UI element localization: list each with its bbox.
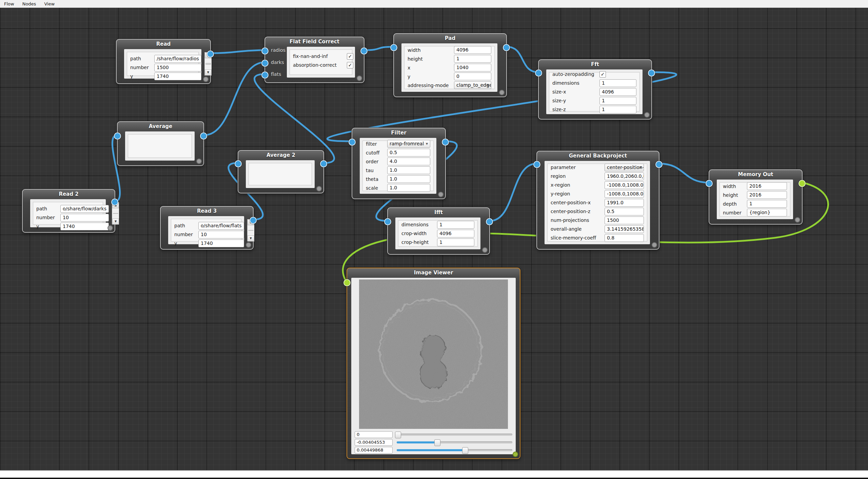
memory-out-height-input[interactable]: 2016 [747,191,787,199]
read-number-input[interactable]: 1500 [154,64,201,71]
general-backproject-overall-angle-input[interactable]: 3.141592653589793 [605,225,644,233]
read-3-y-input[interactable]: 1740 [198,240,244,247]
general-backproject-slice-memory-coeff-input[interactable]: 0.8 [605,234,644,242]
filter-scale-input[interactable]: 1.0 [387,184,430,192]
general-backproject-num-projections-input[interactable]: 1500 [605,216,644,224]
node-read-2[interactable]: Read 2patho/share/flow/darksnumber10y174… [22,189,115,233]
memory-out-port-out[interactable] [798,180,806,187]
ifft-crop-height-input[interactable]: 1 [437,238,474,246]
general-backproject-port-out[interactable] [655,161,663,168]
fft-size-y-input[interactable]: 1 [599,97,636,105]
resize-handle[interactable] [107,225,113,231]
fft-dimensions-input[interactable]: 1 [599,79,636,87]
resize-handle[interactable] [438,192,443,197]
node-filter[interactable]: Filterfilterramp-fromreal▾cutoff0.5order… [352,128,446,199]
general-backproject-region-input[interactable]: 1960.0,2060.0,0.5 [605,172,644,180]
fft-port-out[interactable] [648,69,655,77]
average-2-port-out[interactable] [320,160,327,167]
fft-auto-zeropadding-checkbox[interactable]: ✓ [599,71,606,78]
node-memory-out[interactable]: Memory Outwidth2016height2016depth1numbe… [709,169,803,225]
general-backproject-parameter-select[interactable]: center-position-x▾ [605,164,644,171]
flat-field-correct-port-out[interactable] [360,47,368,55]
ifft-port-in[interactable] [384,218,391,225]
menu-nodes[interactable]: Nodes [18,1,40,6]
scrollbar-thumb[interactable] [205,63,211,65]
pad-height-input[interactable]: 1 [454,55,491,63]
general-backproject-port-in[interactable] [533,161,540,168]
ifft-port-out[interactable] [486,218,493,225]
resize-handle[interactable] [513,452,518,457]
node-general-backproject[interactable]: General Backprojectparametercenter-posit… [536,151,659,250]
fft-port-in[interactable] [535,69,542,77]
filter-order-input[interactable]: 4.0 [387,158,430,165]
flat-field-correct-port-darks[interactable] [261,60,269,67]
scroll-down-arrow-icon[interactable]: ▼ [112,218,119,225]
scrollbar-thumb[interactable] [113,213,118,214]
read-port-out[interactable] [207,50,214,58]
menu-view[interactable]: View [40,1,59,6]
resize-handle[interactable] [644,112,650,118]
filter-filter-select[interactable]: ramp-fromreal▾ [387,140,430,148]
pad-port-in[interactable] [390,44,397,51]
viewer-slider-2[interactable] [397,447,512,454]
resize-handle[interactable] [482,247,488,253]
node-read-3[interactable]: Read 3patho/share/flow/flatsnumber10y174… [160,206,254,250]
memory-out-number-input[interactable]: {region} [747,209,787,216]
flat-field-correct-absorption-correct-checkbox[interactable]: ✓ [347,62,353,68]
general-backproject-x-region-input[interactable]: -1008.0,1008.0,1.0 [605,181,644,189]
average-2-port-in[interactable] [235,160,242,167]
memory-out-width-input[interactable]: 2016 [747,182,787,190]
node-flat-field-correct[interactable]: Flat Field Correctfix-nan-and-inf✓absorp… [264,37,364,83]
viewer-slider-value-2[interactable]: 0.00449868 [355,447,393,454]
resize-handle[interactable] [652,242,657,248]
general-backproject-center-position-x-input[interactable]: 1991.0 [605,199,644,207]
viewer-slider-value-0[interactable]: 0 [355,431,393,438]
resize-handle[interactable] [196,159,202,164]
flat-field-correct-port-radios[interactable] [261,47,269,55]
pad-port-out[interactable] [503,44,510,51]
node-ifft[interactable]: Ifftdimensions1crop-width4096crop-height… [387,207,490,255]
filter-theta-input[interactable]: 1.0 [387,175,430,183]
node-read[interactable]: Readpath/share/flow/radiosnumber1500y174… [116,39,211,84]
pad-width-input[interactable]: 4096 [454,46,491,54]
read-path-input[interactable]: /share/flow/radios [154,55,201,63]
node-average[interactable]: Average [117,121,204,166]
node-fft[interactable]: Fftauto-zeropadding✓dimensions1size-x409… [538,59,652,120]
memory-out-port-in[interactable] [706,180,713,187]
general-backproject-y-region-input[interactable]: -1008.0,1008.0,1.0 [605,190,644,198]
resize-handle[interactable] [499,90,505,95]
viewer-slider-0[interactable] [397,431,512,438]
node-graph-canvas[interactable]: Readpath/share/flow/radiosnumber1500y174… [0,7,868,471]
read-y-input[interactable]: 1740 [154,72,201,80]
read-3-path-input[interactable]: o/share/flow/flats [198,222,244,230]
average-port-out[interactable] [200,132,207,140]
memory-out-depth-input[interactable]: 1 [747,200,787,208]
read-2-port-out[interactable] [111,199,118,206]
viewer-slider-1[interactable] [397,439,512,446]
resize-handle[interactable] [795,217,800,223]
ifft-dimensions-input[interactable]: 1 [437,221,474,229]
filter-port-in[interactable] [349,139,356,146]
resize-handle[interactable] [246,242,251,248]
ifft-crop-width-input[interactable]: 4096 [437,230,474,237]
fft-size-x-input[interactable]: 4096 [599,88,636,96]
scrollbar-thumb[interactable] [248,230,254,231]
menu-flow[interactable]: Flow [0,1,18,6]
filter-cutoff-input[interactable]: 0.5 [387,149,430,157]
flat-field-correct-fix-nan-and-inf-checkbox[interactable]: ✓ [347,53,353,60]
slider-handle[interactable] [395,432,401,438]
resize-handle[interactable] [203,77,209,82]
general-backproject-center-position-z-input[interactable]: 0.5 [605,208,644,215]
pad-addressing-mode-select[interactable]: clamp_to_edge▾ [454,81,491,89]
read-3-port-out[interactable] [250,217,257,224]
image-viewer-port-in[interactable] [343,279,351,286]
flat-field-correct-port-flats[interactable] [261,71,269,79]
scroll-down-arrow-icon[interactable]: ▼ [205,69,212,76]
read-2-number-input[interactable]: 10 [60,214,109,222]
viewer-slider-value-1[interactable]: -0.00404553 [355,439,393,446]
node-pad[interactable]: Padwidth4096height1x1040y0addressing-mod… [393,33,507,97]
filter-port-out[interactable] [442,139,449,146]
average-port-in[interactable] [114,132,121,140]
fft-size-z-input[interactable]: 1 [599,106,636,113]
read-2-y-input[interactable]: 1740 [60,223,109,230]
